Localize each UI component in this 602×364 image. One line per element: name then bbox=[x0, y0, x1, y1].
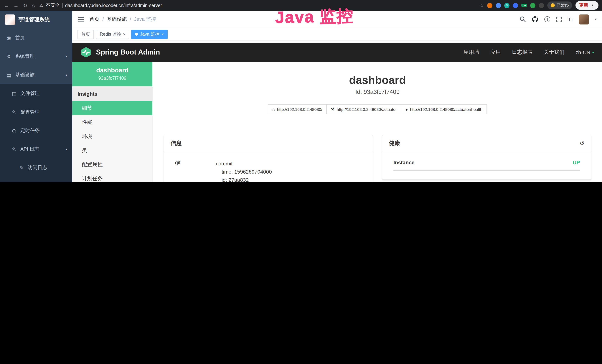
extension-blue-icon[interactable] bbox=[496, 3, 501, 8]
breadcrumb-home[interactable]: 首页 bbox=[89, 16, 99, 23]
tab-label: Redis 监控 bbox=[100, 31, 121, 37]
sidebar-item-access-logs[interactable]: ✎ 访问日志 bbox=[0, 158, 72, 177]
browser-forward-icon[interactable]: → bbox=[13, 3, 19, 8]
search-icon[interactable] bbox=[520, 16, 526, 22]
app-title: 芋道管理系统 bbox=[19, 16, 50, 23]
link-label: http://192.168.0.2:48080/ bbox=[277, 107, 322, 111]
chevron-up-icon: ▴ bbox=[65, 73, 67, 77]
sba-item-metrics[interactable]: 性能 bbox=[72, 115, 152, 129]
extension-grid-icon[interactable] bbox=[513, 3, 518, 8]
browser-back-icon[interactable]: ← bbox=[4, 3, 9, 8]
insights-group: 细节 性能 环境 类 配置属性 计划任务 bbox=[72, 101, 152, 182]
tags-view: 首页 Redis 监控 × Java 监控 × bbox=[72, 28, 602, 40]
close-icon[interactable]: × bbox=[123, 32, 126, 36]
insights-section-header[interactable]: Insights bbox=[72, 86, 152, 101]
url-text[interactable]: dashboard.yudao.iocoder.cn/infra/admin-s… bbox=[65, 3, 162, 8]
monitor-icon: ▤ bbox=[6, 72, 12, 78]
active-dot-icon bbox=[135, 33, 138, 36]
github-icon[interactable] bbox=[532, 16, 538, 23]
extension-fox-icon[interactable] bbox=[487, 3, 493, 8]
update-button[interactable]: 更新 ⋮ bbox=[575, 1, 599, 10]
instance-links: ⌂ http://192.168.0.2:48080/ ⚒ http://192… bbox=[153, 104, 602, 114]
font-size-icon[interactable]: TT bbox=[568, 16, 573, 22]
sidebar-item-label: 配置管理 bbox=[20, 109, 40, 115]
caret-down-icon[interactable]: ▾ bbox=[595, 17, 597, 21]
kebab-menu-icon[interactable]: ⋮ bbox=[590, 3, 595, 8]
link-label: http://192.168.0.2:48080/actuator/health bbox=[410, 107, 482, 111]
app-logo: 芋道管理系统 bbox=[0, 11, 72, 29]
sba-item-config-props[interactable]: 配置属性 bbox=[72, 158, 152, 172]
sba-nav-wallboard[interactable]: 应用墙 bbox=[464, 49, 479, 56]
sba-item-details[interactable]: 细节 bbox=[72, 101, 152, 115]
sba-nav: 应用墙 应用 日志报表 关于我们 zh-CN ▾ bbox=[464, 49, 594, 56]
sba-item-classes[interactable]: 类 bbox=[72, 143, 152, 158]
sidebar-item-file-management[interactable]: ◫ 文件管理 bbox=[0, 84, 72, 103]
sba-main-content: dashboard Id: 93a3fc7f7409 ⌂ http://192.… bbox=[153, 62, 602, 182]
sidebar-item-label: 访问日志 bbox=[28, 164, 47, 171]
close-icon[interactable]: × bbox=[161, 32, 164, 36]
sidebar-item-scheduled-tasks[interactable]: ◷ 定时任务 bbox=[0, 121, 72, 140]
user-avatar[interactable] bbox=[579, 14, 589, 24]
link-actuator-url[interactable]: ⚒ http://192.168.0.2:48080/actuator bbox=[326, 104, 401, 114]
sba-item-environment[interactable]: 环境 bbox=[72, 129, 152, 143]
sba-instance-sidebar: dashboard 93a3fc7f7409 Insights 细节 性能 环境… bbox=[72, 62, 153, 182]
history-icon[interactable]: ↺ bbox=[580, 140, 584, 147]
instance-name: dashboard bbox=[75, 67, 150, 74]
sidebar-item-api-logs[interactable]: ✎ API 日志 ▴ bbox=[0, 140, 72, 158]
instance-id: 93a3fc7f7409 bbox=[75, 76, 150, 81]
tab-redis-monitor[interactable]: Redis 监控 × bbox=[96, 30, 129, 39]
health-row-label: Instance bbox=[393, 160, 415, 165]
logo-avatar bbox=[5, 14, 15, 25]
health-status-badge: UP bbox=[573, 160, 580, 165]
breadcrumb-current: Java 监控 bbox=[134, 16, 156, 23]
sidebar-item-label: API 日志 bbox=[20, 146, 39, 152]
fullscreen-icon[interactable] bbox=[556, 17, 562, 22]
extension-leaf-icon[interactable] bbox=[530, 3, 536, 8]
sba-nav-journal[interactable]: 日志报表 bbox=[512, 49, 533, 56]
info-card-title: 信息 bbox=[164, 135, 373, 152]
breadcrumb-separator: / bbox=[102, 17, 104, 22]
browser-home-icon[interactable]: ⌂ bbox=[32, 3, 35, 8]
breadcrumb-separator: / bbox=[130, 17, 131, 22]
sba-nav-applications[interactable]: 应用 bbox=[490, 49, 501, 56]
address-bar[interactable]: ⚠ 不安全 dashboard.yudao.iocoder.cn/infra/a… bbox=[39, 2, 162, 9]
warning-icon: ⚠ bbox=[39, 3, 43, 8]
clock-icon: ◷ bbox=[11, 128, 17, 133]
bookmark-star-icon[interactable]: ☆ bbox=[480, 3, 484, 8]
wrench-icon: ⚒ bbox=[331, 107, 334, 112]
sba-brand-title[interactable]: Spring Boot Admin bbox=[96, 48, 160, 56]
sidebar-item-label: 定时任务 bbox=[20, 127, 40, 134]
sidebar-item-config-management[interactable]: ✎ 配置管理 bbox=[0, 103, 72, 121]
info-row-git: git commit: time: 1596289704000 id: 27aa… bbox=[175, 160, 362, 182]
locale-selector[interactable]: zh-CN ▾ bbox=[576, 49, 594, 55]
link-label: http://192.168.0.2:48080/actuator bbox=[337, 107, 397, 111]
sidebar-item-system[interactable]: ⚙ 系统管理 ▾ bbox=[0, 47, 72, 66]
sba-item-scheduled-tasks[interactable]: 计划任务 bbox=[72, 172, 152, 182]
hamburger-icon[interactable] bbox=[78, 17, 84, 21]
health-row-instance: Instance UP bbox=[393, 160, 580, 171]
sidebar-item-home[interactable]: ◉ 首页 bbox=[0, 29, 72, 47]
sidebar-submenu-infrastructure: ◫ 文件管理 ✎ 配置管理 ◷ 定时任务 ✎ API 日志 ▴ ✎ bbox=[0, 84, 72, 182]
admin-sidebar: 芋道管理系统 ◉ 首页 ⚙ 系统管理 ▾ ▤ 基础设施 ▴ ◫ 文件管理 bbox=[0, 11, 72, 182]
tab-java-monitor[interactable]: Java 监控 × bbox=[131, 30, 167, 39]
annotation-text: Java 监控 bbox=[275, 5, 354, 29]
extension-teal-icon[interactable]: V bbox=[505, 3, 510, 8]
help-icon[interactable]: ? bbox=[545, 16, 550, 22]
browser-reload-icon[interactable]: ↻ bbox=[23, 3, 27, 8]
log-icon: ✎ bbox=[11, 146, 17, 152]
link-service-url[interactable]: ⌂ http://192.168.0.2:48080/ bbox=[268, 104, 327, 114]
sidebar-item-infrastructure[interactable]: ▤ 基础设施 ▴ bbox=[0, 66, 72, 84]
breadcrumb-section[interactable]: 基础设施 bbox=[107, 16, 127, 23]
extension-on-badge[interactable]: on bbox=[522, 4, 527, 7]
paused-badge[interactable]: 已暂停 bbox=[547, 1, 572, 9]
link-health-url[interactable]: ♥ http://192.168.0.2:48080/actuator/heal… bbox=[401, 104, 487, 114]
sba-nav-about[interactable]: 关于我们 bbox=[544, 49, 565, 56]
tab-home[interactable]: 首页 bbox=[77, 30, 94, 39]
sidebar-item-label: 系统管理 bbox=[15, 53, 34, 60]
paused-label: 已暂停 bbox=[557, 3, 569, 8]
sidebar-item-error-logs[interactable]: ✎ 错误日志 bbox=[0, 177, 72, 182]
health-card-title: 健康 bbox=[389, 140, 400, 147]
extension-puzzle-icon[interactable] bbox=[539, 3, 544, 8]
address-divider bbox=[62, 3, 63, 8]
info-card: 信息 git commit: time: 1596289704000 id: 2… bbox=[164, 135, 373, 182]
